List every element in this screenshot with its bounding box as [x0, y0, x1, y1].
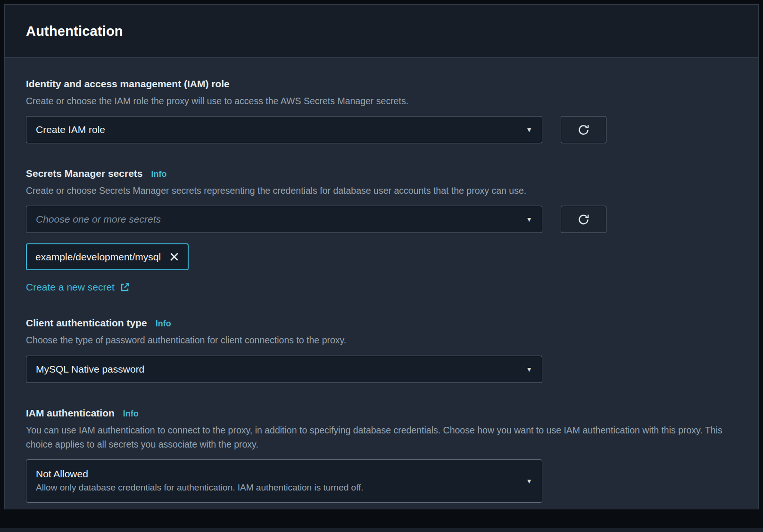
external-link-icon	[119, 282, 130, 293]
iam-role-refresh-button[interactable]	[561, 116, 606, 143]
iam-role-control-row: Create IAM role ▼	[26, 116, 737, 143]
secrets-select-placeholder: Choose one or more secrets	[36, 214, 161, 225]
iam-role-select[interactable]: Create IAM role ▼	[26, 116, 542, 143]
secret-token-label: example/development/mysql	[35, 251, 161, 263]
secret-token: example/development/mysql	[26, 243, 189, 270]
client-auth-info-link[interactable]: Info	[156, 319, 171, 329]
iam-auth-label: IAM authentication	[26, 407, 115, 419]
refresh-icon	[577, 213, 590, 226]
field-iam-auth: IAM authentication Info You can use IAM …	[26, 407, 737, 503]
iam-role-label-row: Identity and access management (IAM) rol…	[26, 78, 737, 90]
iam-role-description: Create or choose the IAM role the proxy …	[26, 94, 724, 108]
client-auth-label: Client authentication type	[26, 317, 147, 329]
create-secret-link[interactable]: Create a new secret	[26, 282, 130, 293]
client-auth-label-row: Client authentication type Info	[26, 317, 737, 329]
secrets-refresh-button[interactable]	[561, 206, 606, 233]
client-auth-description: Choose the type of password authenticati…	[26, 333, 724, 347]
iam-role-select-value: Create IAM role	[36, 124, 105, 135]
iam-role-label: Identity and access management (IAM) rol…	[26, 78, 230, 90]
secrets-label: Secrets Manager secrets	[26, 168, 142, 179]
secrets-info-link[interactable]: Info	[151, 169, 166, 179]
chevron-down-icon: ▼	[526, 126, 532, 133]
secrets-description: Create or choose Secrets Manager secrets…	[26, 183, 724, 198]
client-auth-select[interactable]: MySQL Native password ▼	[26, 356, 542, 383]
secrets-label-row: Secrets Manager secrets Info	[26, 168, 737, 179]
page: Authentication Identity and access manag…	[0, 0, 763, 532]
client-auth-select-value: MySQL Native password	[36, 364, 144, 375]
create-secret-link-label: Create a new secret	[26, 282, 115, 293]
secrets-control-row: Choose one or more secrets ▼	[26, 206, 737, 233]
field-iam-role: Identity and access management (IAM) rol…	[26, 78, 737, 143]
field-secrets: Secrets Manager secrets Info Create or c…	[26, 168, 737, 293]
remove-secret-token-button[interactable]	[169, 251, 180, 262]
secrets-select[interactable]: Choose one or more secrets ▼	[26, 206, 542, 233]
iam-auth-description: You can use IAM authentication to connec…	[26, 423, 724, 451]
panel-body: Identity and access management (IAM) rol…	[5, 58, 758, 509]
iam-auth-control-row: Not Allowed Allow only database credenti…	[26, 459, 737, 503]
field-client-auth: Client authentication type Info Choose t…	[26, 317, 737, 382]
iam-auth-select-value: Not Allowed	[36, 468, 88, 480]
refresh-icon	[577, 124, 590, 136]
iam-auth-info-link[interactable]: Info	[123, 409, 139, 419]
next-section-peek	[0, 528, 763, 532]
close-icon	[169, 251, 180, 262]
iam-auth-label-row: IAM authentication Info	[26, 407, 737, 419]
panel-title: Authentication	[26, 24, 737, 39]
chevron-down-icon: ▼	[526, 478, 532, 484]
chevron-down-icon: ▼	[526, 216, 532, 223]
authentication-panel: Authentication Identity and access manag…	[4, 4, 759, 509]
iam-auth-select[interactable]: Not Allowed Allow only database credenti…	[26, 459, 542, 503]
panel-header: Authentication	[5, 5, 758, 58]
iam-auth-select-description: Allow only database credentials for auth…	[36, 482, 364, 493]
chevron-down-icon: ▼	[526, 366, 532, 373]
client-auth-control-row: MySQL Native password ▼	[26, 356, 737, 383]
